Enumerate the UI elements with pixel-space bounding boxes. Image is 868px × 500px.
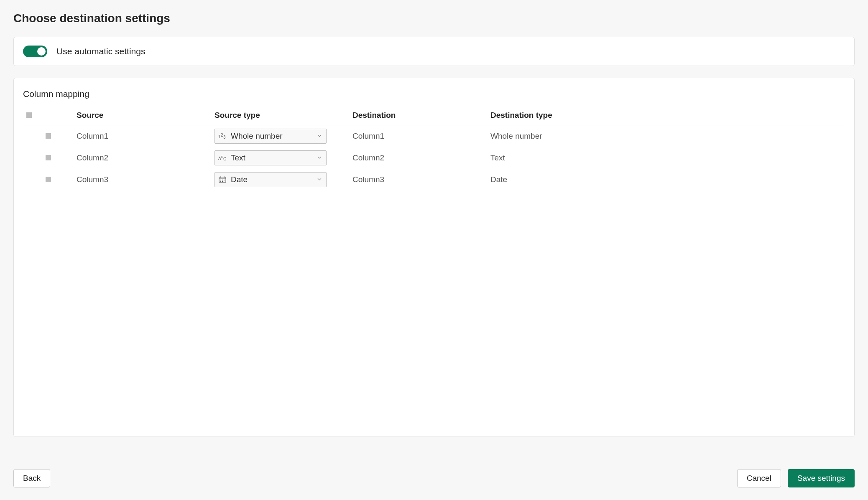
svg-rect-13 [220,181,221,182]
header-destination-type: Destination type [487,107,845,125]
row-checkbox[interactable] [46,177,51,182]
row-checkbox[interactable] [46,133,51,139]
destination-cell: Column3 [349,169,487,190]
table-row: Column3 [23,169,845,190]
cancel-button[interactable]: Cancel [737,469,781,487]
back-button[interactable]: Back [13,469,50,487]
destination-type-cell: Date [487,169,845,190]
toggle-knob [37,47,46,56]
source-type-dropdown[interactable]: Date [214,172,327,187]
source-type-value: Whole number [231,132,283,141]
svg-text:C: C [223,157,226,161]
source-cell: Column2 [73,147,211,169]
chevron-down-icon [317,177,322,183]
header-source: Source [73,107,211,125]
header-source-type: Source type [211,107,349,125]
destination-type-cell: Whole number [487,125,845,147]
source-type-dropdown[interactable]: 1 2 3 Whole number [214,129,327,144]
svg-rect-14 [222,181,223,182]
number-icon: 1 2 3 [218,132,227,140]
destination-cell: Column2 [349,147,487,169]
source-type-dropdown[interactable]: A B C Text [214,150,327,165]
footer-bar: Back Cancel Save settings [13,469,855,487]
destination-type-cell: Text [487,147,845,169]
header-destination: Destination [349,107,487,125]
svg-text:A: A [218,156,221,161]
column-mapping-table: Source Source type Destination Destinati… [23,107,845,190]
svg-text:3: 3 [223,135,226,139]
header-checkbox[interactable] [26,112,32,118]
column-mapping-card: Column mapping Source Source type Destin… [13,78,855,437]
auto-settings-card: Use automatic settings [13,37,855,66]
svg-rect-12 [224,180,225,180]
chevron-down-icon [317,133,322,140]
date-icon [218,175,227,184]
source-type-value: Date [231,175,248,184]
source-type-value: Text [231,153,245,162]
chevron-down-icon [317,155,322,161]
row-checkbox[interactable] [46,155,51,160]
page-title: Choose destination settings [13,12,855,25]
header-checkbox-cell [23,107,73,125]
table-row: Column1 1 2 3 Whole number [23,125,845,147]
destination-cell: Column1 [349,125,487,147]
svg-rect-11 [222,180,223,180]
source-cell: Column3 [73,169,211,190]
auto-settings-label: Use automatic settings [56,46,145,56]
column-mapping-title: Column mapping [23,89,845,99]
text-icon: A B C [218,154,227,162]
auto-settings-toggle[interactable] [23,46,47,57]
save-settings-button[interactable]: Save settings [788,469,855,487]
svg-rect-10 [220,180,221,180]
table-row: Column2 A B C Text [23,147,845,169]
source-cell: Column1 [73,125,211,147]
